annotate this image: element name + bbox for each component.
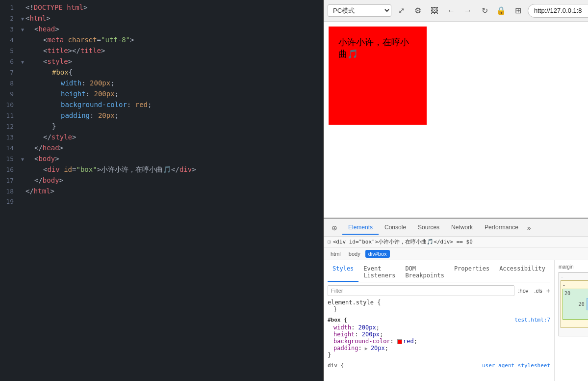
inspect-icon[interactable]: ⊕ xyxy=(328,221,341,235)
code-content-4: <meta charset="utf-8"> xyxy=(26,34,323,45)
line-number-16: 16 xyxy=(0,164,20,175)
grid-icon[interactable]: ⊞ xyxy=(511,4,525,18)
code-content-7: #box{ xyxy=(26,67,323,78)
color-swatch-red[interactable] xyxy=(397,339,402,344)
code-content-2: <html> xyxy=(26,13,323,24)
line-number-8: 8 xyxy=(0,78,20,89)
box-model-panel: margin - - border - - padding xyxy=(555,260,588,381)
code-line-10: 10background-color: red; xyxy=(0,99,323,110)
code-line-1: 1<!DOCTYPE html> xyxy=(0,2,323,13)
code-line-12: 12} xyxy=(0,121,323,132)
code-line-7: 7#box{ xyxy=(0,67,323,78)
code-line-9: 9height: 200px; xyxy=(0,88,323,99)
box-rule: #box { test.html:7 width: 200px; height:… xyxy=(328,317,550,358)
div-rule-source: user agent stylesheet xyxy=(482,362,550,369)
forward-icon[interactable]: → xyxy=(461,4,475,18)
devtools-breadcrumb: html body div#box xyxy=(324,247,588,260)
cls-button[interactable]: .cls xyxy=(532,287,544,295)
padding-expand-arrow[interactable]: ▶ xyxy=(362,346,371,351)
preview-text: 小许小许，在哼小曲🎵 xyxy=(338,37,409,59)
bm-border-bottom-row: - xyxy=(562,321,588,326)
line-arrow-2[interactable]: ▼ xyxy=(20,14,26,25)
browser-toolbar: PC模式 ⤢ ⚙ 🖼 ← → ↻ 🔒 ⊞ xyxy=(324,0,588,22)
styles-panel: Styles Event Listeners DOM Breakpoints P… xyxy=(324,260,555,381)
element-breadcrumb-bar: ⊡ <div id="box">小许小许，在哼小曲🎵</div> == $0 xyxy=(324,237,588,247)
screenshot-icon[interactable]: 🖼 xyxy=(428,4,441,18)
line-arrow-15[interactable]: ▼ xyxy=(20,154,26,165)
code-content-5: <title></title> xyxy=(26,45,323,56)
devtools-header: ⊕ Elements Console Sources Network Perfo… xyxy=(324,219,588,237)
bm-border-box: - padding - 20 20 xyxy=(561,280,588,328)
box-selector: #box { xyxy=(328,317,347,323)
expand-icon[interactable]: ⤢ xyxy=(394,4,408,18)
code-line-3: 3▼<head> xyxy=(0,24,323,34)
box-model-diagram: - border - - padding - xyxy=(559,272,588,336)
add-style-rule-button[interactable]: + xyxy=(546,287,550,295)
styles-toolbar: :hov .cls + xyxy=(328,285,550,296)
code-content-1: <!DOCTYPE html> xyxy=(26,2,323,13)
line-arrow-3[interactable]: ▼ xyxy=(20,25,26,35)
line-number-10: 10 xyxy=(0,100,20,110)
mode-select[interactable]: PC模式 xyxy=(328,4,391,17)
code-editor: 1<!DOCTYPE html>2▼<html>3▼<head>4<meta c… xyxy=(0,0,324,381)
line-number-18: 18 xyxy=(0,186,20,197)
tab-elements[interactable]: Elements xyxy=(342,221,379,235)
code-line-17: 17</body> xyxy=(0,175,323,186)
styles-subtabs: Styles Event Listeners DOM Breakpoints P… xyxy=(328,263,550,282)
bm-padding-box: 20 20 20 200 × 200 20 xyxy=(562,289,588,320)
code-content-15: <body> xyxy=(26,153,323,164)
tab-network[interactable]: Network xyxy=(445,221,479,235)
tab-performance[interactable]: Performance xyxy=(479,221,524,235)
subtab-properties[interactable]: Properties xyxy=(449,263,494,282)
prop-height: height: 200px; xyxy=(333,331,550,338)
code-content-9: height: 200px; xyxy=(26,88,323,99)
more-tabs-icon[interactable]: » xyxy=(524,222,534,234)
subtab-styles[interactable]: Styles xyxy=(328,263,358,282)
code-content-18: </html> xyxy=(26,186,323,196)
bm-margin-row: - border - xyxy=(561,274,588,279)
settings-icon[interactable]: ⚙ xyxy=(411,4,425,18)
prop-padding: padding: ▶ 20px; xyxy=(333,345,550,352)
code-content-13: </style> xyxy=(26,132,323,142)
code-line-19: 19 xyxy=(0,196,323,207)
subtab-accessibility[interactable]: Accessibility xyxy=(494,263,550,282)
line-number-11: 11 xyxy=(0,110,20,121)
tab-console[interactable]: Console xyxy=(379,221,412,235)
line-number-4: 4 xyxy=(0,35,20,46)
line-number-12: 12 xyxy=(0,121,20,132)
selected-element-text: <div id="box">小许小许，在哼小曲🎵</div> == $0 xyxy=(333,238,473,245)
breadcrumb-cursor-icon: ⊡ xyxy=(328,239,331,245)
refresh-icon[interactable]: ↻ xyxy=(478,4,491,18)
margin-label: margin xyxy=(559,264,574,270)
element-style-close: } xyxy=(328,306,550,313)
box-rule-close: } xyxy=(328,352,550,358)
line-number-7: 7 xyxy=(0,67,20,78)
subtab-event-listeners[interactable]: Event Listeners xyxy=(358,263,400,282)
url-bar[interactable] xyxy=(528,4,588,18)
line-number-2: 2 xyxy=(0,13,20,24)
back-icon[interactable]: ← xyxy=(444,4,458,18)
tab-sources[interactable]: Sources xyxy=(412,221,445,235)
code-content-3: <head> xyxy=(26,24,323,34)
bm-padding-bottom-row: 20 xyxy=(564,312,588,318)
code-content-17: </body> xyxy=(26,175,323,186)
prop-background-color: background-color: red; xyxy=(333,338,550,345)
div-rule: div { user agent stylesheet xyxy=(328,362,550,369)
bm-padding-top-row: 20 20 xyxy=(564,291,588,296)
box-rule-header: #box { test.html:7 xyxy=(328,317,550,323)
subtab-dom-breakpoints[interactable]: DOM Breakpoints xyxy=(400,263,449,282)
line-arrow-6[interactable]: ▼ xyxy=(20,57,26,68)
breadcrumb-body[interactable]: body xyxy=(346,250,363,258)
bm-content-box: 200 × 200 xyxy=(587,298,588,310)
div-selector: div { xyxy=(328,362,344,369)
lock-icon[interactable]: 🔒 xyxy=(494,4,508,18)
breadcrumb-html[interactable]: html xyxy=(328,250,344,258)
hov-button[interactable]: :hov xyxy=(516,287,531,295)
code-line-13: 13</style> xyxy=(0,132,323,142)
box-rule-source[interactable]: test.html:7 xyxy=(514,317,550,323)
styles-filter-input[interactable] xyxy=(328,285,514,296)
breadcrumb-div-box[interactable]: div#box xyxy=(365,250,390,258)
devtools-body: Styles Event Listeners DOM Breakpoints P… xyxy=(324,260,588,381)
box-model-header: margin - xyxy=(559,264,588,270)
box-rule-props: width: 200px; height: 200px; background-… xyxy=(328,324,550,352)
